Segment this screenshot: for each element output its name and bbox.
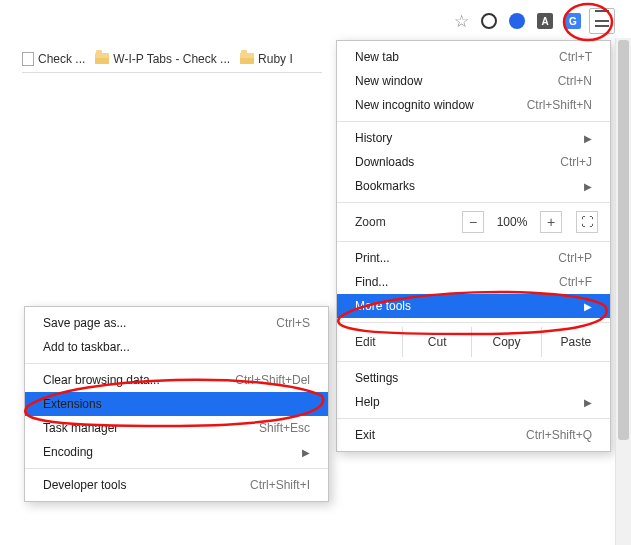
menu-shortcut: Ctrl+P (558, 251, 592, 265)
extension-icon-google[interactable]: G (561, 9, 585, 33)
menu-separator (337, 241, 610, 242)
hamburger-menu-button[interactable] (589, 8, 615, 34)
menu-shortcut: Shift+Esc (259, 421, 310, 435)
menu-separator (25, 363, 328, 364)
menu-settings[interactable]: Settings (337, 366, 610, 390)
menu-label: New tab (355, 50, 399, 64)
submenu-save-page[interactable]: Save page as... Ctrl+S (25, 311, 328, 335)
submenu-add-taskbar[interactable]: Add to taskbar... (25, 335, 328, 359)
zoom-out-button[interactable]: − (462, 211, 484, 233)
menu-label: Bookmarks (355, 179, 415, 193)
folder-icon (95, 53, 109, 64)
star-icon[interactable]: ☆ (449, 9, 473, 33)
folder-icon (240, 53, 254, 64)
extension-icon-1[interactable] (477, 9, 501, 33)
menu-label: More tools (355, 299, 411, 313)
menu-shortcut: Ctrl+Shift+Q (526, 428, 592, 442)
bookmark-folder[interactable]: W-I-P Tabs - Check ... (95, 52, 230, 66)
menu-print[interactable]: Print... Ctrl+P (337, 246, 610, 270)
menu-label: Add to taskbar... (43, 340, 130, 354)
menu-label: Exit (355, 428, 375, 442)
chevron-right-icon: ▶ (584, 133, 592, 144)
menu-shortcut: Ctrl+J (560, 155, 592, 169)
bookmark-label: Check ... (38, 52, 85, 66)
bookmarks-bar: Check ... W-I-P Tabs - Check ... Ruby I (22, 45, 322, 73)
menu-label: History (355, 131, 392, 145)
extension-icon-2[interactable] (505, 9, 529, 33)
submenu-extensions[interactable]: Extensions (25, 392, 328, 416)
bookmark-item[interactable]: Check ... (22, 52, 85, 66)
menu-separator (337, 361, 610, 362)
menu-shortcut: Ctrl+Shift+N (527, 98, 592, 112)
menu-zoom-row: Zoom − 100% + ⛶ (337, 207, 610, 237)
menu-label: Settings (355, 371, 398, 385)
chrome-main-menu: New tab Ctrl+T New window Ctrl+N New inc… (336, 40, 611, 452)
submenu-encoding[interactable]: Encoding ▶ (25, 440, 328, 464)
menu-history[interactable]: History ▶ (337, 126, 610, 150)
menu-separator (337, 322, 610, 323)
bookmark-label: Ruby I (258, 52, 293, 66)
menu-label: New window (355, 74, 422, 88)
menu-separator (25, 468, 328, 469)
bookmark-folder[interactable]: Ruby I (240, 52, 293, 66)
menu-label: Save page as... (43, 316, 126, 330)
menu-shortcut: Ctrl+N (558, 74, 592, 88)
menu-label: Print... (355, 251, 390, 265)
zoom-label: Zoom (355, 215, 386, 229)
menu-new-window[interactable]: New window Ctrl+N (337, 69, 610, 93)
chevron-right-icon: ▶ (584, 301, 592, 312)
paste-button[interactable]: Paste (541, 327, 610, 357)
menu-separator (337, 418, 610, 419)
copy-button[interactable]: Copy (471, 327, 540, 357)
zoom-value: 100% (492, 215, 532, 229)
menu-label: Extensions (43, 397, 102, 411)
menu-edit-row: Edit Cut Copy Paste (337, 327, 610, 357)
vertical-scrollbar[interactable] (615, 38, 631, 545)
menu-label: Encoding (43, 445, 93, 459)
extension-icon-adobe[interactable]: A (533, 9, 557, 33)
menu-label: Task manager (43, 421, 118, 435)
edit-label: Edit (337, 335, 402, 349)
menu-new-tab[interactable]: New tab Ctrl+T (337, 45, 610, 69)
menu-more-tools[interactable]: More tools ▶ (337, 294, 610, 318)
menu-incognito[interactable]: New incognito window Ctrl+Shift+N (337, 93, 610, 117)
chevron-right-icon: ▶ (302, 447, 310, 458)
more-tools-submenu: Save page as... Ctrl+S Add to taskbar...… (24, 306, 329, 502)
menu-downloads[interactable]: Downloads Ctrl+J (337, 150, 610, 174)
menu-shortcut: Ctrl+F (559, 275, 592, 289)
zoom-in-button[interactable]: + (540, 211, 562, 233)
submenu-developer-tools[interactable]: Developer tools Ctrl+Shift+I (25, 473, 328, 497)
menu-shortcut: Ctrl+Shift+Del (235, 373, 310, 387)
menu-shortcut: Ctrl+T (559, 50, 592, 64)
submenu-clear-browsing-data[interactable]: Clear browsing data... Ctrl+Shift+Del (25, 368, 328, 392)
menu-label: Downloads (355, 155, 414, 169)
scrollbar-thumb[interactable] (618, 40, 629, 440)
fullscreen-button[interactable]: ⛶ (576, 211, 598, 233)
menu-label: Developer tools (43, 478, 126, 492)
submenu-task-manager[interactable]: Task manager Shift+Esc (25, 416, 328, 440)
menu-label: Help (355, 395, 380, 409)
chevron-right-icon: ▶ (584, 181, 592, 192)
menu-exit[interactable]: Exit Ctrl+Shift+Q (337, 423, 610, 447)
page-icon (22, 52, 34, 66)
menu-label: Clear browsing data... (43, 373, 160, 387)
menu-shortcut: Ctrl+S (276, 316, 310, 330)
menu-bookmarks[interactable]: Bookmarks ▶ (337, 174, 610, 198)
menu-label: New incognito window (355, 98, 474, 112)
menu-find[interactable]: Find... Ctrl+F (337, 270, 610, 294)
chevron-right-icon: ▶ (584, 397, 592, 408)
menu-separator (337, 202, 610, 203)
cut-button[interactable]: Cut (402, 327, 471, 357)
menu-help[interactable]: Help ▶ (337, 390, 610, 414)
menu-shortcut: Ctrl+Shift+I (250, 478, 310, 492)
bookmark-label: W-I-P Tabs - Check ... (113, 52, 230, 66)
menu-separator (337, 121, 610, 122)
menu-label: Find... (355, 275, 388, 289)
